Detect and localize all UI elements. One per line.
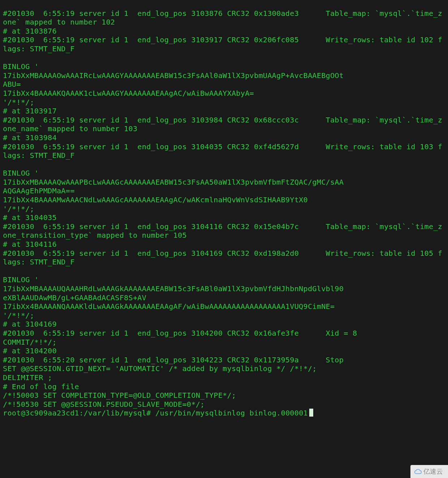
log-line: ABU= xyxy=(3,80,21,89)
log-line: # at 3104116 xyxy=(3,240,57,249)
log-line: /*!50530 SET @@SESSION.PSEUDO_SLAVE_MODE… xyxy=(3,400,204,409)
log-line: /*!50003 SET COMPLETION_TYPE=@OLD_COMPLE… xyxy=(3,391,236,400)
log-line: #201030 6:55:19 server id 1 end_log_pos … xyxy=(3,222,442,240)
log-line: AQGAAgEhPMDMaA== xyxy=(3,186,75,195)
log-line: #201030 6:55:19 server id 1 end_log_pos … xyxy=(3,329,357,337)
log-line: # End of log file xyxy=(3,382,79,391)
log-line: BINLOG ' xyxy=(3,169,39,177)
log-line: 17ibXx4BAAAAMwAAACNdLwAAAGcAAAAAAAEAAgAC… xyxy=(3,195,308,204)
log-line: # at 3103984 xyxy=(3,133,57,142)
log-line: # at 3104169 xyxy=(3,320,57,328)
log-line: #201030 6:55:19 server id 1 end_log_pos … xyxy=(3,35,442,53)
log-line: #201030 6:55:20 server id 1 end_log_pos … xyxy=(3,356,344,364)
watermark-badge: 亿速云 xyxy=(410,465,448,478)
prompt-command: /usr/bin/mysqlbinlog binlog.000001 xyxy=(155,409,308,417)
log-line: '/*!*/; xyxy=(3,98,34,107)
log-line: COMMIT/*!*/; xyxy=(3,338,57,346)
log-line: # at 3104035 xyxy=(3,213,57,222)
log-line: 17ibXx4BAAAANQAAAKldLwAAAGkAAAAAAAEAAgAF… xyxy=(3,302,335,311)
watermark-label: 亿速云 xyxy=(423,467,443,476)
cloud-icon xyxy=(414,469,421,474)
prompt-cwd: /var/lib/mysql xyxy=(83,409,146,417)
log-line: 17ibXxMBAAAAUQAAAHRdLwAAAGkAAAAAAAEABW15… xyxy=(3,284,344,293)
log-line: # at 3103917 xyxy=(3,107,57,115)
prompt-symbol: # xyxy=(146,409,151,417)
log-line: 17ibXxMBAAAAQwAAAPBcLwAAAGcAAAAAAAEABW15… xyxy=(3,178,344,186)
log-line: '/*!*/; xyxy=(3,311,34,320)
log-line: 17ibXx4BAAAAKQAAAK1cLwAAAGYAAAAAAAEAAgAC… xyxy=(3,89,254,98)
log-line: '/*!*/; xyxy=(3,204,34,213)
shell-prompt[interactable]: root@3c909aa23cd1:/var/lib/mysql# /usr/b… xyxy=(3,409,313,417)
log-line: BINLOG ' xyxy=(3,62,39,71)
terminal-output[interactable]: #201030 6:55:19 server id 1 end_log_pos … xyxy=(0,0,448,421)
log-line: #201030 6:55:19 server id 1 end_log_pos … xyxy=(3,9,442,27)
log-line: 17ibXxMBAAAAOwAAAIRcLwAAAGYAAAAAAAEABW15… xyxy=(3,71,344,80)
log-line: SET @@SESSION.GTID_NEXT= 'AUTOMATIC' /* … xyxy=(3,364,317,373)
log-line: #201030 6:55:19 server id 1 end_log_pos … xyxy=(3,249,442,267)
log-line: # at 3104200 xyxy=(3,346,57,355)
log-line: DELIMITER ; xyxy=(3,373,52,382)
prompt-user-host: root@3c909aa23cd1 xyxy=(3,409,79,417)
log-line: # at 3103876 xyxy=(3,27,57,35)
log-line: #201030 6:55:19 server id 1 end_log_pos … xyxy=(3,142,442,160)
cursor-icon xyxy=(309,409,313,417)
log-line: BINLOG ' xyxy=(3,275,39,284)
log-line: eXBlAAUDAwMB/gL+GAABAdACASF8S+AV xyxy=(3,293,146,302)
log-line: #201030 6:55:19 server id 1 end_log_pos … xyxy=(3,116,442,133)
